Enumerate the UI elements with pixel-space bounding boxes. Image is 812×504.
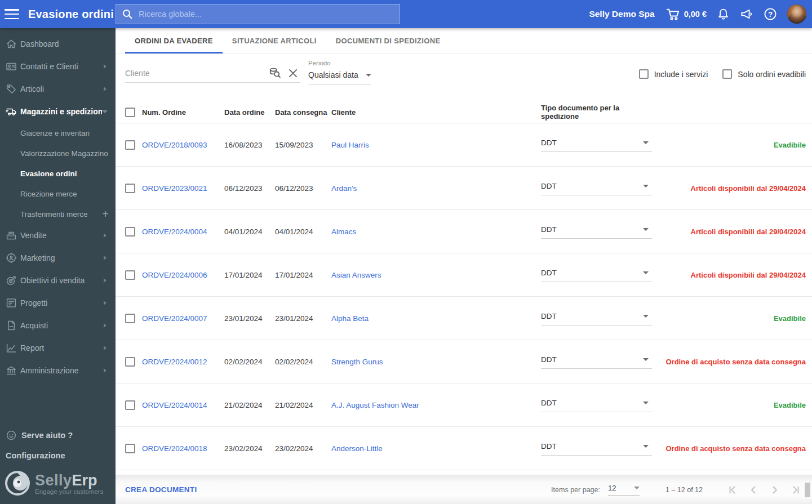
row-checkbox[interactable] — [125, 227, 135, 237]
sidebar-configurazione-link[interactable]: Configurazione — [0, 445, 116, 466]
checkbox-icon[interactable] — [639, 69, 649, 79]
order-number-link[interactable]: ORDVE/2024/0014 — [142, 401, 224, 409]
chevron-right-icon — [104, 323, 107, 328]
checkbox-icon[interactable] — [722, 69, 732, 79]
document-icon — [6, 320, 17, 331]
last-page-icon — [791, 484, 802, 496]
doc-type-select[interactable]: DDT — [541, 354, 652, 369]
sidebar-item-dashboard[interactable]: Dashboard — [0, 33, 116, 55]
order-number-link[interactable]: ORDVE/2024/0012 — [142, 358, 224, 366]
doc-type-select[interactable]: DDT — [541, 224, 652, 239]
sidebar-subitem-giacenze[interactable]: Giacenze e inventari — [0, 123, 116, 143]
sidebar-item-report[interactable]: Report — [0, 337, 116, 359]
advanced-search-icon[interactable] — [269, 67, 281, 79]
global-search-input[interactable] — [139, 10, 394, 19]
sidebar-subitem-ricezione[interactable]: Ricezione merce — [0, 184, 116, 204]
sidebar-subitem-evasione-ordini[interactable]: Evasione ordini — [0, 163, 116, 184]
client-link[interactable]: Strength Gurus — [331, 358, 541, 366]
first-page-button[interactable] — [725, 483, 739, 497]
row-checkbox[interactable] — [125, 444, 135, 453]
order-number-link[interactable]: ORDVE/2024/0007 — [142, 314, 224, 323]
chevron-down-icon — [366, 74, 371, 77]
client-link[interactable]: Anderson-Little — [331, 444, 541, 453]
row-checkbox[interactable] — [125, 184, 135, 193]
chevron-down-icon — [102, 110, 108, 113]
order-number-link[interactable]: ORDVE/2018/0093 — [142, 141, 224, 149]
sidebar-item-vendite[interactable]: Vendite — [0, 224, 116, 247]
chevron-down-icon — [634, 487, 640, 489]
scrollbar-thumb[interactable] — [805, 483, 810, 497]
doc-type-select[interactable]: DDT — [541, 181, 652, 195]
first-page-icon — [726, 484, 738, 496]
crea-documenti-button[interactable]: CREA DOCUMENTI — [125, 485, 197, 494]
status-badge: Evadibile — [655, 141, 812, 149]
sidebar-item-acquisti[interactable]: Acquisti — [0, 314, 116, 337]
sidebar-help-link[interactable]: Serve aiuto ? — [0, 425, 116, 445]
notifications-button[interactable] — [717, 8, 730, 21]
status-badge: Evadibile — [655, 401, 812, 409]
sidebar-item-obiettivi[interactable]: Obiettivi di vendita — [0, 269, 116, 292]
target-user-icon — [6, 252, 17, 264]
sidebar-subitem-trasferimenti[interactable]: Trasferimenti merce + — [0, 204, 116, 224]
home-icon — [6, 38, 17, 50]
order-number-link[interactable]: ORDVE/2024/0006 — [142, 271, 224, 279]
bell-icon — [717, 8, 730, 21]
cart-button[interactable]: 0,00 € — [666, 7, 707, 21]
select-all-checkbox[interactable] — [125, 108, 135, 117]
row-checkbox[interactable] — [125, 314, 135, 323]
client-link[interactable]: Alpha Beta — [331, 314, 541, 323]
sidebar-item-amministrazione[interactable]: Amministrazione — [0, 359, 116, 382]
cliente-input[interactable] — [125, 66, 255, 82]
table-row: ORDVE/2024/0007 23/01/2024 23/01/2024 Al… — [116, 297, 812, 340]
tab-documenti-di-spedizione[interactable]: DOCUMENTI DI SPEDIZIONE — [326, 28, 450, 53]
bank-icon — [6, 365, 17, 376]
doc-type-select[interactable]: DDT — [541, 441, 652, 456]
plus-icon[interactable]: + — [102, 208, 109, 220]
client-link[interactable]: Paul Harris — [331, 141, 541, 149]
chevron-down-icon — [643, 141, 649, 144]
doc-type-select[interactable]: DDT — [541, 267, 652, 282]
tab-ordini-da-evadere[interactable]: ORDINI DA EVADERE — [125, 28, 223, 53]
doc-type-select[interactable]: DDT — [541, 311, 652, 325]
periodo-select[interactable]: Periodo Qualsiasi data — [308, 60, 371, 85]
periodo-label: Periodo — [308, 60, 371, 66]
client-link[interactable]: Asian Answers — [331, 271, 541, 279]
global-search[interactable] — [116, 4, 400, 24]
sellyerp-logo: SellyErp Engage your customers — [0, 466, 116, 498]
last-page-button[interactable] — [789, 483, 803, 497]
chevron-down-icon — [643, 402, 649, 404]
sidebar-item-progetti[interactable]: Progetti — [0, 292, 116, 314]
sidebar-item-articoli[interactable]: Articoli — [0, 78, 116, 100]
announcements-button[interactable] — [740, 7, 753, 21]
row-checkbox[interactable] — [125, 357, 135, 367]
row-checkbox[interactable] — [125, 400, 135, 410]
doc-type-select[interactable]: DDT — [541, 398, 652, 412]
sidebar-subitem-valorizzazione[interactable]: Valorizzazione Magazzino — [0, 143, 116, 163]
order-number-link[interactable]: ORDVE/2024/0018 — [142, 444, 224, 453]
client-link[interactable]: A.J. August Fashion Wear — [331, 401, 541, 409]
row-checkbox[interactable] — [125, 140, 135, 150]
items-per-page-select[interactable]: 12 — [608, 484, 640, 496]
client-link[interactable]: Almacs — [331, 228, 541, 236]
client-link[interactable]: Ardan's — [331, 184, 541, 193]
hamburger-menu-icon[interactable] — [5, 9, 19, 19]
row-checkbox[interactable] — [125, 270, 135, 280]
sidebar-item-contatti[interactable]: Contatti e Clienti — [0, 55, 116, 78]
tab-situazione-articoli[interactable]: SITUAZIONE ARTICOLI — [223, 28, 326, 53]
order-number-link[interactable]: ORDVE/2024/0004 — [142, 228, 224, 236]
checkbox-include-servizi[interactable]: Include i servizi — [639, 69, 708, 79]
checkbox-solo-ordini-evadibili[interactable]: Solo ordini evadibili — [722, 69, 806, 79]
periodo-value: Qualsiasi data — [308, 70, 358, 79]
help-button[interactable]: ? — [764, 7, 777, 21]
order-number-link[interactable]: ORDVE/2023/0021 — [142, 184, 224, 193]
sidebar-item-magazzini[interactable]: Magazzini e spedizion — [0, 100, 116, 123]
megaphone-icon — [740, 7, 753, 21]
sidebar-item-marketing[interactable]: Marketing — [0, 247, 116, 269]
clear-filter-icon[interactable] — [287, 67, 299, 79]
user-avatar[interactable] — [787, 5, 806, 24]
next-page-button[interactable] — [768, 483, 782, 497]
status-badge: Articoli disponibili dal 29/04/2024 — [655, 271, 812, 279]
main-content: ORDINI DA EVADERE SITUAZIONE ARTICOLI DO… — [116, 28, 812, 504]
doc-type-select[interactable]: DDT — [541, 137, 652, 152]
previous-page-button[interactable] — [747, 483, 760, 497]
